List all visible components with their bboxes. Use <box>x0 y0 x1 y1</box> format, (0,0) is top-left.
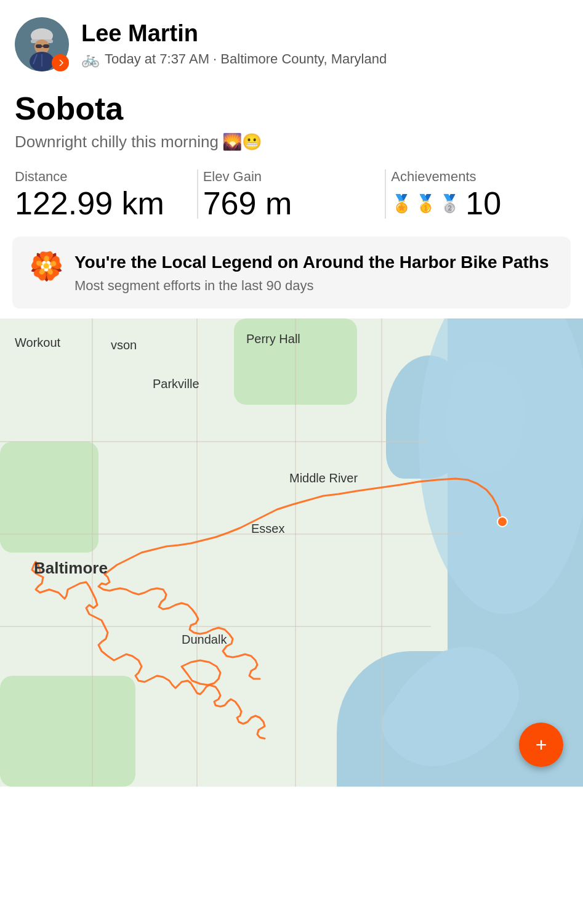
svg-marker-10 <box>59 60 63 66</box>
distance-value: 122.99 km <box>15 187 192 219</box>
user-info: Lee Martin 🚲 Today at 7:37 AM · Baltimor… <box>81 21 568 68</box>
fab-button[interactable]: + <box>519 723 563 767</box>
activity-timestamp: Today at 7:37 AM · Baltimore County, Mar… <box>105 51 387 67</box>
fab-icon: + <box>536 735 547 755</box>
stat-achievements: Achievements 🏅 🥇 🥈 10 <box>391 169 568 219</box>
svg-rect-4 <box>36 44 42 48</box>
activity-description: Downright chilly this morning 🌄😬 <box>15 132 568 152</box>
map-svg <box>0 318 583 787</box>
distance-label: Distance <box>15 169 192 185</box>
stat-distance: Distance 122.99 km <box>15 169 192 219</box>
legend-banner: 🏵️ You're the Local Legend on Around the… <box>12 237 571 308</box>
achievements-count: 10 <box>465 187 501 219</box>
svg-rect-5 <box>43 44 49 48</box>
gold-medal-icon: 🥇 <box>415 193 436 214</box>
stat-divider-2 <box>385 169 386 219</box>
silver-medal-icon: 🥈 <box>439 193 460 214</box>
stats-section: Distance 122.99 km Elev Gain 769 m Achie… <box>0 156 583 234</box>
elev-gain-label: Elev Gain <box>203 169 380 185</box>
header-section: Lee Martin 🚲 Today at 7:37 AM · Baltimor… <box>0 0 583 81</box>
elev-gain-value: 769 m <box>203 187 380 219</box>
activity-title: Sobota <box>15 91 568 126</box>
stat-divider-1 <box>197 169 198 219</box>
achievements-row: 🏅 🥇 🥈 10 <box>391 187 568 219</box>
activity-title-section: Sobota Downright chilly this morning 🌄😬 <box>0 81 583 156</box>
laurel-icon: 🏅 <box>391 193 412 214</box>
achievements-label: Achievements <box>391 169 568 185</box>
legend-text: You're the Local Legend on Around the Ha… <box>74 251 549 293</box>
trophy-icon: 🏵️ <box>30 253 63 280</box>
legend-subtitle: Most segment efforts in the last 90 days <box>74 278 549 294</box>
description-emojis: 🌄😬 <box>222 132 262 152</box>
bike-icon: 🚲 <box>81 51 100 68</box>
svg-point-19 <box>497 517 507 527</box>
stat-elev-gain: Elev Gain 769 m <box>203 169 380 219</box>
legend-title: You're the Local Legend on Around the Ha… <box>74 251 549 274</box>
avatar[interactable] <box>15 17 69 71</box>
activity-meta: 🚲 Today at 7:37 AM · Baltimore County, M… <box>81 51 568 68</box>
map-section[interactable]: Workout vson Perry Hall Parkville Middle… <box>0 318 583 787</box>
user-name: Lee Martin <box>81 21 568 47</box>
strava-badge <box>52 54 69 71</box>
